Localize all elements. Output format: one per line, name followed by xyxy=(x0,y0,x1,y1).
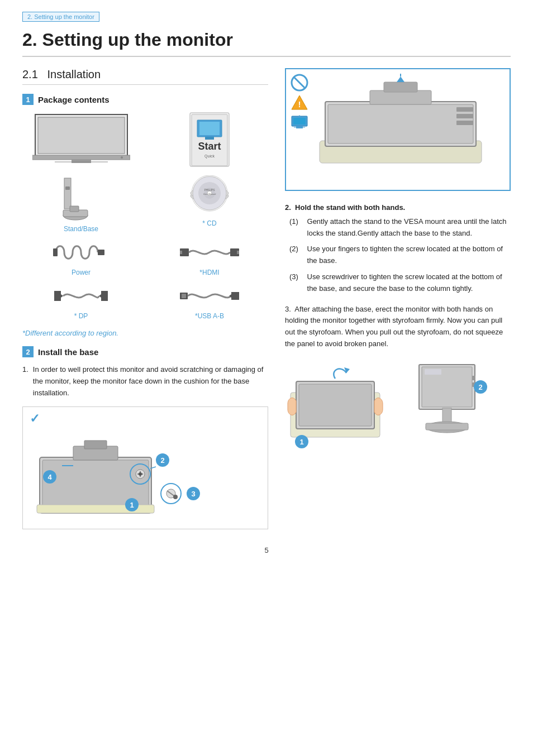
svg-rect-17 xyxy=(70,206,79,212)
chapter-number: 2. xyxy=(22,30,37,50)
svg-point-5 xyxy=(121,156,123,159)
step3-num: 3. xyxy=(285,305,291,313)
svg-text:Start: Start xyxy=(198,141,221,152)
monitor-facedown-illustration xyxy=(314,74,505,182)
install-illustration-box: ✓ xyxy=(22,406,268,529)
warning-icons: ! xyxy=(291,74,308,130)
svg-rect-87 xyxy=(426,423,468,430)
page-number: 5 xyxy=(22,546,511,554)
monitor-facedown-icon xyxy=(291,114,308,130)
svg-marker-74 xyxy=(397,76,404,82)
svg-rect-10 xyxy=(205,137,214,140)
svg-text:PHILIPS: PHILIPS xyxy=(204,188,215,192)
svg-rect-30 xyxy=(180,251,182,254)
svg-line-58 xyxy=(294,77,305,88)
step1-item: 1. In order to well protect this monitor… xyxy=(22,364,268,399)
svg-rect-68 xyxy=(328,104,473,143)
region-note: *Different according to region. xyxy=(22,329,268,337)
step1-num: 1. xyxy=(22,364,28,399)
power-image xyxy=(53,238,109,266)
package-item-monitor xyxy=(22,112,140,170)
monitor-image xyxy=(32,112,130,165)
package-item-cd: PHILIPS User Manual * CD xyxy=(151,175,268,233)
left-column: 2.1 Installation 1 Package contents xyxy=(22,68,268,529)
step2: 2. Hold the stand with both hands. (1) G… xyxy=(285,202,511,295)
warning-triangle-icon: ! xyxy=(291,94,308,112)
svg-rect-73 xyxy=(384,82,417,92)
svg-rect-34 xyxy=(182,294,186,298)
package-contents-label: Package contents xyxy=(38,95,110,104)
package-grid: Start Quick xyxy=(22,112,268,320)
substep1-label: (1) xyxy=(289,216,298,240)
install-base-label: Install the base xyxy=(38,347,98,357)
usb-image xyxy=(179,282,240,310)
svg-rect-3 xyxy=(72,160,91,163)
package-contents-title: 1 Package contents xyxy=(22,94,268,105)
breadcrumb: 2. Setting up the monitor xyxy=(22,12,99,22)
svg-text:User Manual: User Manual xyxy=(203,193,216,195)
package-item-stand: Stand/Base xyxy=(22,175,140,233)
hdmi-image xyxy=(179,238,240,266)
step2-substeps: (1) Gently attach the stand to the VESA … xyxy=(285,216,511,295)
svg-text:1: 1 xyxy=(299,438,303,446)
svg-rect-78 xyxy=(299,384,372,426)
svg-rect-13 xyxy=(64,178,71,209)
svg-text:2: 2 xyxy=(160,456,164,465)
substep3-text: Use screwdriver to tighten the screw loc… xyxy=(307,271,511,295)
erect-monitor-illus-left: 1 xyxy=(285,359,397,451)
package-item-usb: *USB A-B xyxy=(151,282,268,320)
svg-rect-14 xyxy=(65,186,70,190)
package-item-dp: * DP xyxy=(22,282,140,320)
step1-instruction: 1. In order to well protect this monitor… xyxy=(22,364,268,399)
svg-rect-39 xyxy=(84,441,107,449)
svg-point-50 xyxy=(173,495,178,499)
substep-1: (1) Gently attach the stand to the VESA … xyxy=(289,216,511,240)
hdmi-label: *HDMI xyxy=(199,269,219,276)
steps-list: 2. Hold the stand with both hands. (1) G… xyxy=(285,202,511,350)
step2-title: 2. Hold the stand with both hands. xyxy=(285,202,511,214)
svg-text:3: 3 xyxy=(191,490,195,498)
svg-text:1: 1 xyxy=(130,501,134,509)
stand-label: Stand/Base xyxy=(64,225,98,233)
install-base-title: 2 Install the base xyxy=(22,346,268,357)
svg-text:2: 2 xyxy=(478,383,482,391)
svg-rect-28 xyxy=(53,248,58,256)
svg-rect-88 xyxy=(472,376,475,380)
substep-2: (2) Use your fingers to tighten the scre… xyxy=(289,243,511,267)
svg-rect-62 xyxy=(293,118,306,125)
step3-text: After attaching the base, erect the moni… xyxy=(285,305,503,348)
substep3-label: (3) xyxy=(289,271,298,295)
svg-rect-70 xyxy=(456,114,473,118)
svg-text:4: 4 xyxy=(47,473,52,481)
bottom-illustration: 1 xyxy=(285,359,511,451)
stand-image xyxy=(59,175,103,223)
no-symbol-icon xyxy=(291,74,308,92)
svg-rect-72 xyxy=(370,90,431,104)
svg-rect-69 xyxy=(456,107,473,112)
package-item-power: Power xyxy=(22,238,140,276)
svg-rect-2 xyxy=(32,155,130,160)
substep1-text: Gently attach the stand to the VESA moun… xyxy=(307,216,511,240)
right-column: ! xyxy=(285,68,511,529)
quickstart-image: Start Quick xyxy=(187,112,232,168)
usb-label: *USB A-B xyxy=(195,312,224,320)
svg-rect-32 xyxy=(237,251,239,254)
badge-2: 2 xyxy=(22,346,34,357)
chapter-title: Setting up the monitor xyxy=(42,30,233,50)
svg-text:Quick: Quick xyxy=(204,154,215,159)
page-container: 2. Setting up the monitor 2. Setting up … xyxy=(0,0,533,756)
power-label: Power xyxy=(72,269,91,276)
cd-image: PHILIPS User Manual xyxy=(189,175,231,217)
svg-rect-27 xyxy=(98,250,104,255)
two-column-layout: 2.1 Installation 1 Package contents xyxy=(22,68,511,529)
svg-rect-9 xyxy=(199,122,220,135)
dp-image xyxy=(53,282,109,310)
package-item-hdmi: *HDMI xyxy=(151,238,268,276)
substep2-label: (2) xyxy=(289,243,298,267)
package-item-quickstart: Start Quick xyxy=(151,112,268,170)
substep-3: (3) Use screwdriver to tighten the screw… xyxy=(289,271,511,295)
dp-label: * DP xyxy=(74,312,88,320)
main-heading: 2. Setting up the monitor xyxy=(22,30,511,57)
erect-monitor-illus-right: 2 xyxy=(408,359,497,451)
section-21-heading: 2.1 Installation xyxy=(22,68,268,85)
